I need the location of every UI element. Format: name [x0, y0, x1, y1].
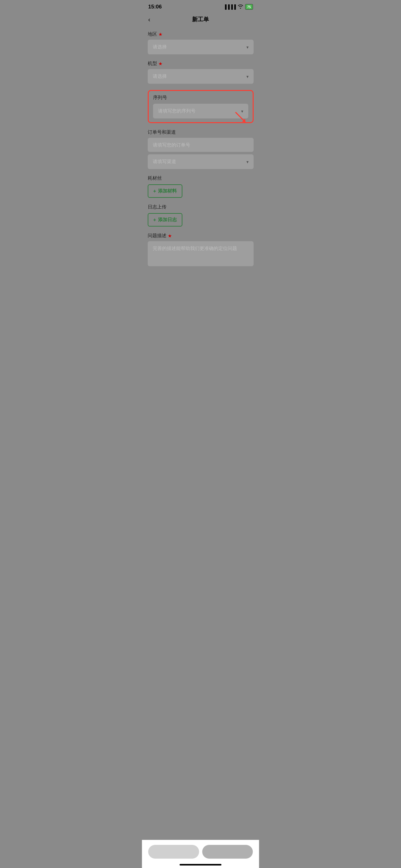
channel-select[interactable]: 请填写渠道 ▾	[148, 154, 254, 169]
form-container: 地区 ★ 请选择 ▾ 机型 ★ 请选择 ▾ 序列号 请填写您的序列号 ▾	[142, 26, 259, 310]
region-field-group: 地区 ★ 请选择 ▾	[148, 31, 254, 54]
wifi-icon	[238, 4, 243, 10]
add-material-label: 添加材料	[158, 188, 177, 194]
model-field-group: 机型 ★ 请选择 ▾	[148, 61, 254, 84]
log-label: 日志上传	[148, 204, 254, 210]
order-number-input[interactable]	[148, 138, 254, 152]
add-log-plus: +	[153, 217, 156, 223]
status-icons: ▐▐▐▐ 75	[224, 4, 253, 10]
serial-label: 序列号	[153, 95, 248, 101]
model-placeholder: 请选择	[153, 73, 167, 80]
serial-chevron-icon: ▾	[241, 109, 243, 114]
add-material-button[interactable]: + 添加材料	[148, 184, 182, 198]
region-select[interactable]: 请选择 ▾	[148, 40, 254, 54]
signal-icon: ▐▐▐▐	[224, 4, 236, 9]
region-placeholder: 请选择	[153, 44, 167, 50]
order-label: 订单号和渠道	[148, 129, 254, 135]
log-section: 日志上传 + 添加日志	[148, 204, 254, 226]
model-select[interactable]: 请选择 ▾	[148, 69, 254, 84]
channel-chevron-icon: ▾	[246, 159, 248, 164]
serial-highlight-box: 序列号 请填写您的序列号 ▾	[148, 90, 254, 123]
serial-placeholder: 请填写您的序列号	[158, 108, 196, 114]
battery-icon: 75	[245, 4, 253, 10]
region-chevron-icon: ▾	[246, 45, 248, 50]
svg-marker-1	[242, 119, 245, 122]
problem-section: 问题描述 ★	[148, 233, 254, 268]
model-label: 机型 ★	[148, 61, 254, 67]
add-log-label: 添加日志	[158, 217, 177, 223]
serial-select[interactable]: 请填写您的序列号 ▾	[153, 104, 248, 118]
channel-placeholder: 请填写渠道	[153, 159, 176, 165]
filament-label: 耗材丝	[148, 175, 254, 181]
problem-label: 问题描述 ★	[148, 233, 254, 239]
add-material-plus: +	[153, 188, 156, 194]
serial-field-wrapper: 请填写您的序列号 ▾	[153, 104, 248, 118]
nav-bar: ‹ 新工单	[142, 12, 259, 26]
page-title: 新工单	[192, 16, 209, 23]
back-button[interactable]: ‹	[148, 16, 151, 23]
status-bar: 15:06 ▐▐▐▐ 75	[142, 0, 259, 12]
status-time: 15:06	[148, 4, 162, 10]
model-required-star: ★	[158, 61, 162, 67]
filament-section: 耗材丝 + 添加材料	[148, 175, 254, 198]
model-chevron-icon: ▾	[246, 74, 248, 79]
problem-textarea[interactable]	[148, 241, 254, 266]
problem-required-star: ★	[168, 233, 172, 239]
region-label: 地区 ★	[148, 31, 254, 37]
region-required-star: ★	[158, 32, 162, 37]
order-section: 订单号和渠道 请填写渠道 ▾	[148, 129, 254, 169]
add-log-button[interactable]: + 添加日志	[148, 213, 182, 226]
